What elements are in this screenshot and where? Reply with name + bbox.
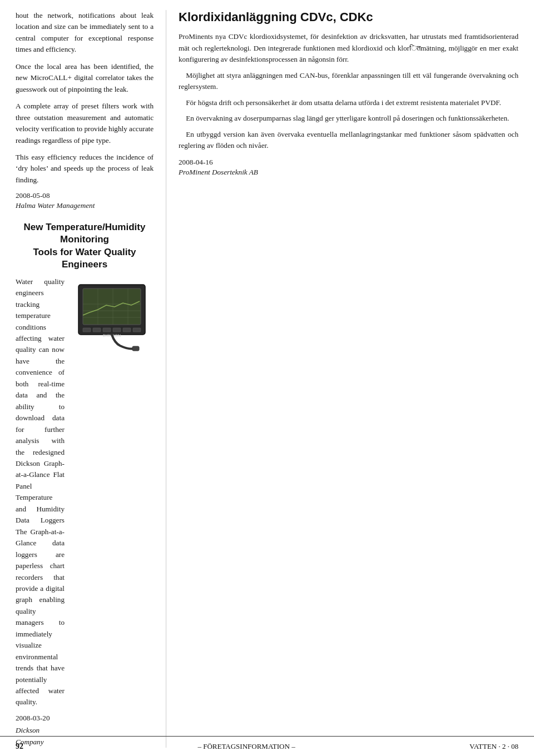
- page-container: hout the network, notifications about le…: [0, 0, 534, 756]
- footer-page-number: 92: [16, 742, 23, 751]
- swedish-para-4: En övervakning av doserpumparnas slag lä…: [179, 113, 518, 124]
- svg-rect-15: [132, 346, 139, 351]
- swedish-article-title: Klordixidanläggning CDVc, CDKc: [179, 10, 518, 24]
- swedish-company: ProMinent Doserteknik AB: [179, 168, 518, 177]
- dickson-device-image: DICKSON: [73, 282, 151, 354]
- content-area: hout the network, notifications about le…: [0, 0, 534, 748]
- new-temp-text: Water quality engineers tracking tempera…: [16, 276, 65, 748]
- swedish-meta: 2008-04-16 ProMinent Doserteknik AB: [179, 158, 518, 177]
- new-temp-section: New Temperature/Humidity Monitoring Tool…: [16, 221, 154, 748]
- left-column: hout the network, notifications about le…: [16, 10, 166, 748]
- swedish-date: 2008-04-16: [179, 158, 518, 167]
- halma-company: Halma Water Management: [16, 201, 154, 210]
- page-footer: 92 – FÖRETAGSINFORMATION – VATTEN · 2 · …: [0, 736, 534, 756]
- footer-center-text: – FÖRETAGSINFORMATION –: [197, 742, 295, 751]
- halma-para-4: This easy efficiency reduces the inciden…: [16, 152, 154, 186]
- halma-para-2: Once the local area has been identified,…: [16, 61, 154, 95]
- halma-meta: 2008-05-08 Halma Water Management: [16, 191, 154, 210]
- swedish-para-5: En utbyggd version kan även övervaka eve…: [179, 129, 518, 152]
- new-temp-title: New Temperature/Humidity Monitoring Tool…: [16, 221, 154, 270]
- halma-para-1: hout the network, notifications about le…: [16, 10, 154, 56]
- halma-article: hout the network, notifications about le…: [16, 10, 154, 210]
- new-temp-date: 2008-03-20: [16, 713, 65, 724]
- swedish-para-2: Möjlighet att styra anläggningen med CAN…: [179, 70, 518, 93]
- right-column: Klordixidanläggning CDVc, CDKc ProMinent…: [166, 10, 518, 748]
- new-temp-body: Water quality engineers tracking tempera…: [16, 276, 65, 708]
- swedish-article-body: ProMinents nya CDVc klordioxidsystemet, …: [179, 31, 518, 151]
- swedish-para-1: ProMinents nya CDVc klordioxidsystemet, …: [179, 31, 518, 65]
- device-image-container: DICKSON: [70, 276, 154, 748]
- svg-rect-9: [93, 328, 101, 332]
- swedish-para-3: För högsta drift och personsäkerhet är d…: [179, 97, 518, 108]
- svg-rect-8: [83, 328, 91, 332]
- new-temp-content: Water quality engineers tracking tempera…: [16, 276, 154, 748]
- halma-para-3: A complete array of preset filters work …: [16, 101, 154, 146]
- halma-date: 2008-05-08: [16, 191, 154, 200]
- svg-rect-11: [113, 328, 121, 332]
- svg-rect-13: [133, 328, 141, 332]
- svg-rect-10: [103, 328, 111, 332]
- footer-right-text: VATTEN · 2 · 08: [469, 742, 518, 751]
- svg-rect-12: [123, 328, 131, 332]
- halma-body: hout the network, notifications about le…: [16, 10, 154, 186]
